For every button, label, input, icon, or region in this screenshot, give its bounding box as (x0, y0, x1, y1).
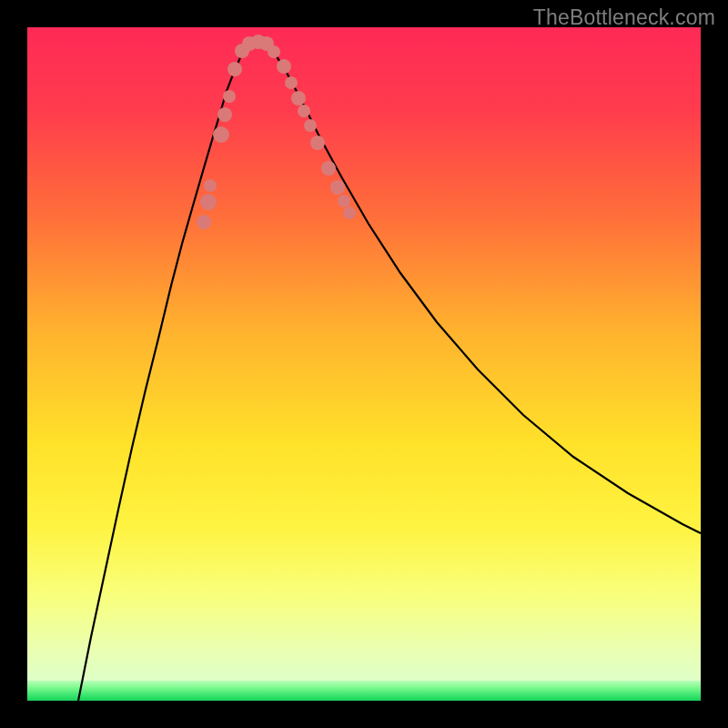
highlight-dot (285, 76, 298, 89)
highlight-dot (200, 194, 217, 210)
highlight-dot (291, 91, 306, 106)
plot-curve-layer (27, 27, 701, 701)
chart-frame: TheBottleneck.com (0, 0, 728, 728)
highlight-dots-group (197, 35, 356, 229)
highlight-dot (330, 180, 345, 195)
plot-area (27, 27, 701, 701)
highlight-dot (298, 105, 310, 117)
highlight-dot (217, 107, 232, 122)
highlight-dot (268, 46, 280, 58)
highlight-dot (277, 59, 291, 74)
highlight-dot (321, 161, 336, 176)
highlight-dot (228, 62, 242, 76)
highlight-dot (304, 119, 317, 132)
highlight-dot (338, 195, 350, 207)
highlight-dot (223, 90, 236, 103)
bottleneck-curve (78, 43, 701, 701)
highlight-dot (343, 207, 356, 219)
highlight-dot (197, 215, 211, 229)
highlight-dot (310, 136, 325, 150)
highlight-dot (204, 179, 217, 192)
highlight-dot (213, 126, 229, 143)
watermark-label: TheBottleneck.com (533, 5, 715, 30)
